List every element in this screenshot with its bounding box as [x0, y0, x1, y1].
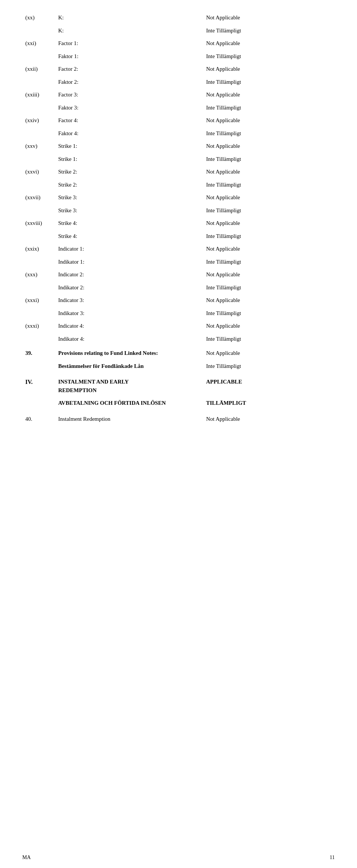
section-39-row-sv: Bestämmelser för Fondlänkade LånInte Til…: [22, 360, 335, 373]
row-number: [22, 50, 55, 63]
row-number: (xxviii): [22, 217, 55, 230]
table-row: (xxxi)Indicator 3:Not Applicable: [22, 294, 335, 307]
row-value: Inte Tillämpligt: [203, 153, 335, 166]
row-label: Factor 4:: [55, 114, 170, 127]
row-value: Not Applicable: [203, 140, 335, 153]
row-number: [22, 333, 55, 346]
row-number: (xxiv): [22, 114, 55, 127]
row-value: Inte Tillämpligt: [203, 76, 335, 89]
table-row: Strike 2:Inte Tillämpligt: [22, 178, 335, 191]
row-value: Not Applicable: [203, 217, 335, 230]
row-number: [22, 76, 55, 89]
row-spacer: [170, 50, 203, 63]
section-iv-value-en: APPLICABLE: [203, 372, 335, 397]
section-iv-value-sv: TILLÄMPLIGT: [203, 397, 335, 410]
row-spacer: [170, 268, 203, 281]
row-label: Indikator 4:: [55, 333, 170, 346]
row-number: (xxvii): [22, 191, 55, 204]
page-container: (xx)K:Not ApplicableK:Inte Tillämpligt(x…: [0, 0, 357, 868]
section-40-row: 40.Instalment RedemptionNot Applicable: [22, 410, 335, 426]
row-label: Strike 2:: [55, 165, 170, 178]
row-number: [22, 255, 55, 268]
row-label: Strike 1:: [55, 140, 170, 153]
section-39-spacer-sv: [170, 360, 203, 373]
row-number: (xxi): [22, 37, 55, 50]
row-spacer: [170, 333, 203, 346]
row-spacer: [170, 76, 203, 89]
row-number: [22, 307, 55, 320]
table-row: Strike 1:Inte Tillämpligt: [22, 153, 335, 166]
footer: MA 11: [22, 855, 335, 861]
row-label: Indicator 3:: [55, 294, 170, 307]
section-40-value: Not Applicable: [203, 410, 335, 426]
row-value: Inte Tillämpligt: [203, 333, 335, 346]
row-spacer: [170, 178, 203, 191]
row-number: [22, 230, 55, 243]
row-spacer: [170, 307, 203, 320]
row-number: [22, 153, 55, 166]
footer-right: 11: [330, 855, 335, 861]
row-label: Strike 3:: [55, 204, 170, 217]
section-iv-num: IV.: [22, 372, 55, 397]
row-label: Faktor 4:: [55, 127, 170, 140]
table-row: (xxv)Strike 1:Not Applicable: [22, 140, 335, 153]
row-label: Strike 1:: [55, 153, 170, 166]
row-label: Indicator 4:: [55, 319, 170, 333]
row-label: Indikator 2:: [55, 281, 170, 294]
row-number: (xx): [22, 11, 55, 24]
section-40-spacer: [170, 410, 203, 426]
row-spacer: [170, 11, 203, 24]
row-label: Strike 2:: [55, 178, 170, 191]
table-row: (xxi)Factor 1:Not Applicable: [22, 37, 335, 50]
row-label: K:: [55, 24, 170, 37]
row-number: (xxiii): [22, 88, 55, 101]
row-label: Factor 1:: [55, 37, 170, 50]
table-row: (xxix)Indicator 1:Not Applicable: [22, 242, 335, 255]
table-row: Faktor 1:Inte Tillämpligt: [22, 50, 335, 63]
row-value: Inte Tillämpligt: [203, 101, 335, 114]
row-label: Faktor 3:: [55, 101, 170, 114]
row-value: Not Applicable: [203, 114, 335, 127]
row-spacer: [170, 204, 203, 217]
table-row: Indikator 1:Inte Tillämpligt: [22, 255, 335, 268]
row-number: [22, 178, 55, 191]
row-value: Inte Tillämpligt: [203, 50, 335, 63]
row-value: Inte Tillämpligt: [203, 178, 335, 191]
row-spacer: [170, 101, 203, 114]
table-row: (xxiii)Factor 3:Not Applicable: [22, 88, 335, 101]
row-value: Inte Tillämpligt: [203, 281, 335, 294]
section-39-value-en: Not Applicable: [203, 345, 335, 360]
row-label: Indicator 1:: [55, 242, 170, 255]
row-value: Not Applicable: [203, 63, 335, 76]
section-40-label: Instalment Redemption: [55, 410, 170, 426]
row-label: Faktor 2:: [55, 76, 170, 89]
table-row: (xx)K:Not Applicable: [22, 11, 335, 24]
row-spacer: [170, 37, 203, 50]
row-label: Strike 3:: [55, 191, 170, 204]
section-39-num-sv: [22, 360, 55, 373]
row-value: Inte Tillämpligt: [203, 255, 335, 268]
row-label: Factor 2:: [55, 63, 170, 76]
row-spacer: [170, 88, 203, 101]
section-iv-spacer-sv: [170, 397, 203, 410]
row-value: Not Applicable: [203, 88, 335, 101]
row-number: (xxxi): [22, 294, 55, 307]
row-number: [22, 127, 55, 140]
section-39-spacer: [170, 345, 203, 360]
row-label: Faktor 1:: [55, 50, 170, 63]
row-number: (xxii): [22, 63, 55, 76]
row-number: [22, 24, 55, 37]
table-row: Indikator 3:Inte Tillämpligt: [22, 307, 335, 320]
row-spacer: [170, 319, 203, 333]
section-39-value-sv: Inte Tillämpligt: [203, 360, 335, 373]
table-row: (xxvii)Strike 3:Not Applicable: [22, 191, 335, 204]
table-row: (xxviii)Strike 4:Not Applicable: [22, 217, 335, 230]
section-39-label-sv: Bestämmelser för Fondlänkade Lån: [55, 360, 170, 373]
row-value: Not Applicable: [203, 165, 335, 178]
row-label: Factor 3:: [55, 88, 170, 101]
row-label: Indikator 1:: [55, 255, 170, 268]
row-label: Indicator 2:: [55, 268, 170, 281]
row-value: Inte Tillämpligt: [203, 127, 335, 140]
row-spacer: [170, 114, 203, 127]
row-number: [22, 204, 55, 217]
